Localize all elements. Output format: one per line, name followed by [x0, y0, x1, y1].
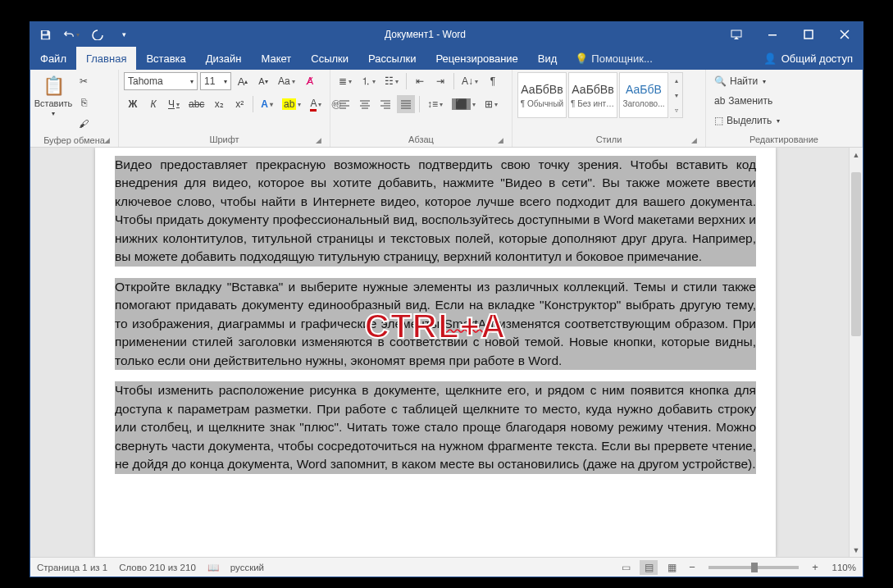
styles-launcher[interactable]: ◢ [689, 135, 699, 145]
copy-button[interactable]: ⎘ [75, 93, 93, 112]
doc-para-2[interactable]: Откройте вкладку "Вставка" и выберите ну… [115, 278, 756, 370]
font-family-select[interactable]: Tahoma▾ [124, 72, 198, 90]
select-button[interactable]: ⬚Выделить▾ [711, 112, 783, 130]
bold-button[interactable]: Ж [124, 95, 142, 113]
underline-button[interactable]: Ч [165, 95, 183, 113]
tab-layout[interactable]: Макет [251, 47, 301, 70]
line-spacing-button[interactable]: ↕≡ [424, 95, 446, 113]
tab-mailings[interactable]: Рассылки [358, 47, 426, 70]
justify-button[interactable] [397, 95, 415, 113]
superscript-button[interactable]: x² [230, 95, 248, 113]
tab-home[interactable]: Главная [76, 47, 136, 70]
format-painter-button[interactable]: 🖌 [75, 115, 93, 133]
doc-para-3[interactable]: Чтобы изменить расположение рисунка в до… [115, 381, 756, 473]
scroll-up-arrow[interactable]: ▲ [850, 148, 863, 162]
shading-button[interactable]: ⬛ [449, 95, 479, 113]
paste-button[interactable]: 📋 Вставить ▾ [35, 72, 71, 117]
replace-icon: ab [714, 95, 725, 107]
clipboard-launcher[interactable]: ◢ [102, 135, 112, 145]
style-heading1[interactable]: АаБбВЗаголово... [619, 72, 668, 118]
style-normal[interactable]: АаБбВв¶ Обычный [517, 72, 567, 118]
cut-button[interactable]: ✂ [75, 72, 93, 90]
view-web-button[interactable]: ▦ [663, 560, 681, 575]
group-editing: 🔍Найти▾ abЗаменить ⬚Выделить▾ Редактиров… [706, 70, 863, 147]
borders-button[interactable]: ⊞ [481, 95, 501, 113]
copy-icon: ⎘ [81, 97, 87, 108]
indent-button[interactable]: ⇥ [431, 72, 449, 90]
zoom-in-button[interactable]: + [809, 561, 822, 574]
spellcheck-word[interactable]: SmartArt [444, 317, 494, 330]
bullets-button[interactable]: ≣ [335, 72, 355, 90]
undo-icon[interactable] [63, 26, 80, 43]
view-print-button[interactable]: ▤ [640, 560, 658, 575]
shrink-font-button[interactable]: A▾ [254, 72, 272, 90]
cursor-icon: ⬚ [714, 115, 723, 126]
clear-format-button[interactable]: A̸ [301, 72, 319, 90]
paragraph-launcher[interactable]: ◢ [495, 135, 505, 145]
tell-me[interactable]: 💡Помощник... [567, 47, 660, 70]
tab-view[interactable]: Вид [528, 47, 567, 70]
group-font: Tahoma▾ 11▾ A▴ A▾ Aa A̸ Ж К Ч abc x₂ x² … [119, 70, 330, 147]
save-icon[interactable] [37, 26, 53, 43]
highlight-button[interactable]: ab [279, 95, 304, 113]
zoom-value[interactable]: 110% [827, 563, 856, 572]
numbering-button[interactable]: ⒈ [358, 72, 379, 90]
text-effects-button[interactable]: A [257, 95, 276, 113]
multilevel-button[interactable]: ☷ [381, 72, 402, 90]
scroll-thumb[interactable] [851, 172, 861, 336]
group-label-styles: Стили [596, 134, 622, 144]
view-read-button[interactable]: ▭ [617, 560, 635, 575]
sort-button[interactable]: A↓ [458, 72, 481, 90]
find-button[interactable]: 🔍Найти▾ [711, 72, 783, 90]
replace-button[interactable]: abЗаменить [711, 92, 783, 110]
signin-area[interactable] [661, 47, 727, 70]
vertical-scrollbar[interactable]: ▲ ▼ [849, 148, 863, 557]
change-case-button[interactable]: Aa [275, 72, 298, 90]
align-right-button[interactable] [376, 95, 394, 113]
style-nospacing[interactable]: АаБбВв¶ Без инте... [568, 72, 617, 118]
zoom-slider[interactable] [708, 566, 799, 569]
tab-design[interactable]: Дизайн [196, 47, 252, 70]
doc-para-1[interactable]: Видео предоставляет прекрасную возможнос… [115, 156, 756, 267]
share-button[interactable]: 👤Общий доступ [754, 47, 863, 70]
share-label: Общий доступ [781, 52, 853, 65]
status-lang[interactable]: русский [230, 563, 264, 572]
tab-insert[interactable]: Вставка [136, 47, 195, 70]
svg-rect-3 [768, 34, 777, 36]
italic-button[interactable]: К [144, 95, 162, 113]
redo-icon[interactable] [89, 26, 106, 43]
outdent-button[interactable]: ⇤ [411, 72, 429, 90]
show-marks-button[interactable]: ¶ [484, 72, 502, 90]
align-left-button[interactable] [335, 95, 353, 113]
paste-icon: 📋 [43, 75, 65, 97]
zoom-out-button[interactable]: − [686, 561, 699, 574]
font-color-button[interactable]: A [307, 95, 325, 113]
svg-rect-4 [804, 30, 813, 39]
ribbon-options-button[interactable] [718, 22, 754, 47]
svg-rect-1 [42, 35, 48, 39]
font-size-select[interactable]: 11▾ [200, 72, 231, 90]
tell-me-label: Помощник... [591, 52, 652, 65]
scroll-down-arrow[interactable]: ▼ [850, 543, 863, 557]
styles-more[interactable]: ▴▾▿ [670, 72, 683, 118]
select-label: Выделить [727, 115, 772, 126]
maximize-button[interactable] [790, 22, 827, 47]
align-center-button[interactable] [356, 95, 374, 113]
font-launcher[interactable]: ◢ [313, 135, 323, 145]
page[interactable]: Видео предоставляет прекрасную возможнос… [95, 148, 776, 557]
grow-font-button[interactable]: A▴ [234, 72, 252, 90]
tab-file[interactable]: Файл [30, 47, 76, 70]
close-button[interactable] [827, 22, 863, 47]
strike-button[interactable]: abc [185, 95, 207, 113]
qat-customize-icon[interactable]: ▾ [116, 26, 132, 43]
status-words[interactable]: Слово 210 из 210 [119, 563, 196, 572]
tab-references[interactable]: Ссылки [301, 47, 358, 70]
zoom-thumb[interactable] [751, 563, 758, 572]
status-page[interactable]: Страница 1 из 1 [37, 563, 107, 572]
minimize-button[interactable] [754, 22, 790, 47]
tab-review[interactable]: Рецензирование [426, 47, 527, 70]
proofing-icon[interactable]: 📖 [207, 562, 219, 573]
font-family-value: Tahoma [128, 75, 163, 87]
svg-rect-0 [42, 30, 47, 34]
subscript-button[interactable]: x₂ [210, 95, 228, 113]
